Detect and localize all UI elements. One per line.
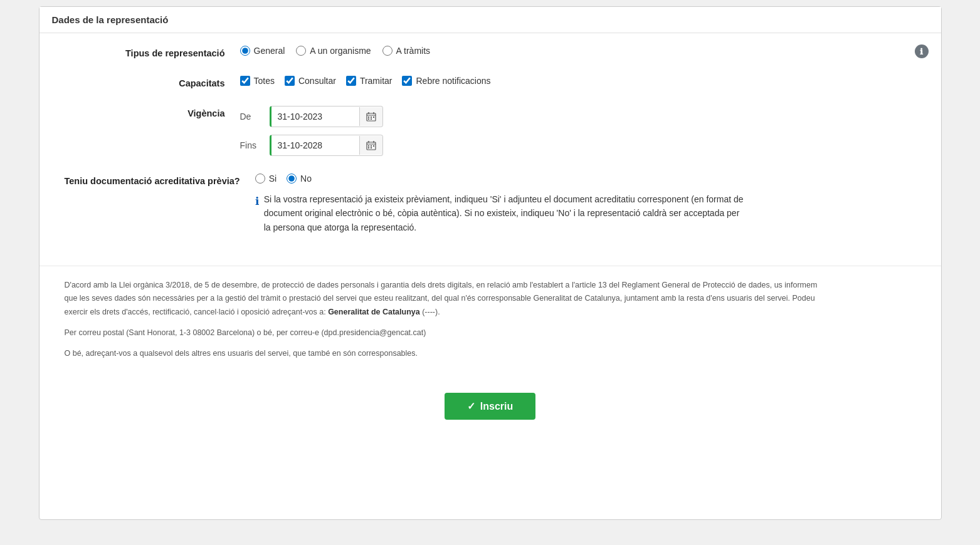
- calendar-icon: [366, 112, 376, 122]
- radio-no-label[interactable]: No: [300, 174, 312, 184]
- fins-input[interactable]: [271, 135, 359, 155]
- privacy-paragraph1: D'acord amb la Llei orgànica 3/2018, de …: [65, 279, 830, 319]
- radio-general-label[interactable]: General: [254, 46, 285, 56]
- checkbox-tramitar[interactable]: Tramitar: [346, 76, 393, 86]
- radio-tramits[interactable]: A tràmits: [382, 46, 430, 56]
- window-title: Dades de la representació: [40, 7, 941, 33]
- capacitats-checkbox-group: Totes Consultar Tramitar Rebre notificac…: [240, 76, 491, 86]
- radio-organisme-input[interactable]: [296, 46, 306, 56]
- privacy-section: D'acord amb la Llei orgànica 3/2018, de …: [40, 272, 855, 380]
- radio-si-input[interactable]: [255, 174, 265, 184]
- doc-radio-group: Si No: [255, 174, 916, 184]
- checkbox-consultar-label[interactable]: Consultar: [298, 76, 336, 86]
- radio-no[interactable]: No: [287, 174, 312, 184]
- checkbox-rebre[interactable]: Rebre notificacions: [402, 76, 490, 86]
- capacitats-row: Capacitats Totes Consultar Tramitar: [65, 76, 916, 88]
- privacy-paragraph2: Per correu postal (Sant Honorat, 1-3 080…: [65, 326, 830, 340]
- info-box: ℹ Si la vostra representació ja existeix…: [255, 192, 744, 234]
- radio-organisme[interactable]: A un organisme: [296, 46, 371, 56]
- privacy-paragraph3: O bé, adreçant-vos a qualsevol dels altr…: [65, 347, 830, 360]
- checkbox-totes-label[interactable]: Totes: [254, 76, 275, 86]
- checkbox-totes[interactable]: Totes: [240, 76, 275, 86]
- radio-tramits-input[interactable]: [382, 46, 393, 56]
- svg-rect-5: [371, 117, 372, 118]
- calendar-icon-fins: [366, 140, 376, 150]
- svg-rect-16: [368, 147, 369, 148]
- svg-rect-15: [373, 145, 374, 147]
- tipus-label: Tipus de representació: [65, 46, 240, 58]
- privacy-entity: Generalitat de Catalunya: [328, 308, 420, 316]
- svg-rect-14: [371, 145, 372, 147]
- de-input-wrapper: [270, 106, 383, 127]
- fins-calendar-button[interactable]: [359, 136, 382, 155]
- inscriu-checkmark-icon: ✓: [467, 400, 475, 412]
- checkbox-consultar-input[interactable]: [285, 76, 295, 86]
- de-calendar-button[interactable]: [359, 107, 382, 126]
- radio-general-input[interactable]: [240, 46, 250, 56]
- capacitats-content: Totes Consultar Tramitar Rebre notificac…: [240, 76, 916, 86]
- radio-no-input[interactable]: [287, 174, 297, 184]
- doc-content: Si No ℹ Si la vostra representació ja ex…: [255, 174, 916, 234]
- inscriu-label: Inscriu: [480, 401, 513, 412]
- button-row: ✓ Inscriu: [40, 380, 941, 426]
- radio-si[interactable]: Si: [255, 174, 277, 184]
- checkbox-consultar[interactable]: Consultar: [285, 76, 336, 86]
- checkbox-tramitar-label[interactable]: Tramitar: [360, 76, 393, 86]
- radio-tramits-label[interactable]: A tràmits: [396, 46, 430, 56]
- fins-input-wrapper: [270, 135, 383, 156]
- radio-general[interactable]: General: [240, 46, 285, 56]
- checkbox-tramitar-input[interactable]: [346, 76, 356, 86]
- checkbox-rebre-label[interactable]: Rebre notificacions: [416, 76, 490, 86]
- svg-rect-6: [373, 117, 374, 118]
- svg-rect-4: [368, 117, 369, 118]
- de-input[interactable]: [271, 106, 359, 127]
- date-fins-row: Fins: [240, 135, 383, 156]
- svg-rect-13: [368, 145, 369, 147]
- info-box-text: Si la vostra representació ja existeix p…: [264, 192, 744, 234]
- divider: [40, 266, 941, 266]
- vigencia-content: De: [240, 106, 916, 156]
- vigencia-block: De: [240, 106, 383, 156]
- tipus-row: Tipus de representació General A un orga…: [65, 46, 916, 58]
- checkbox-totes-input[interactable]: [240, 76, 250, 86]
- checkbox-rebre-input[interactable]: [402, 76, 412, 86]
- radio-si-label[interactable]: Si: [269, 174, 277, 184]
- info-icon[interactable]: ℹ: [915, 44, 929, 58]
- doc-row: Teniu documentació acreditativa prèvia? …: [65, 174, 916, 234]
- inscriu-button[interactable]: ✓ Inscriu: [445, 393, 535, 420]
- tipus-content: General A un organisme A tràmits: [240, 46, 916, 56]
- doc-label: Teniu documentació acreditativa prèvia?: [65, 174, 255, 186]
- tipus-radio-group: General A un organisme A tràmits: [240, 46, 431, 56]
- info-box-icon: ℹ: [255, 193, 259, 210]
- capacitats-label: Capacitats: [65, 76, 240, 88]
- svg-rect-8: [371, 118, 372, 120]
- radio-organisme-label[interactable]: A un organisme: [310, 46, 371, 56]
- fins-label: Fins: [240, 140, 262, 150]
- svg-rect-17: [371, 147, 372, 148]
- date-de-row: De: [240, 106, 383, 127]
- svg-rect-7: [368, 118, 369, 120]
- vigencia-label: Vigència: [65, 106, 240, 118]
- de-label: De: [240, 112, 262, 122]
- vigencia-row: Vigència De: [65, 106, 916, 156]
